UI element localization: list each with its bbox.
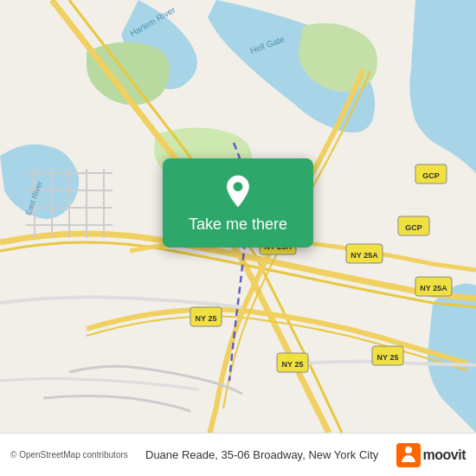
svg-text:NY 25A: NY 25A — [351, 251, 378, 260]
footer-left: © OpenStreetMap contributors — [10, 450, 128, 460]
svg-text:GCP: GCP — [422, 171, 440, 180]
svg-text:NY 25: NY 25 — [196, 314, 217, 323]
svg-text:GCP: GCP — [405, 223, 422, 232]
location-address: Duane Reade, 35-06 Broadway, New York Ci… — [145, 448, 378, 461]
map-view: NY 25 NY 25A NY 25A NY 25A NY 25 NY 25 G… — [0, 0, 476, 433]
moovit-brand-text: moovit — [423, 447, 466, 463]
svg-text:NY 25: NY 25 — [377, 353, 399, 362]
location-pin-icon — [221, 174, 255, 209]
svg-point-29 — [234, 182, 243, 191]
button-overlay: Take me there — [163, 158, 313, 248]
moovit-logo: moovit — [396, 443, 466, 467]
take-me-there-label: Take me there — [189, 215, 287, 234]
footer-bar: © OpenStreetMap contributors Duane Reade… — [0, 433, 476, 476]
moovit-icon — [396, 443, 421, 467]
take-me-there-button[interactable]: Take me there — [163, 158, 313, 248]
svg-point-31 — [405, 447, 412, 453]
svg-text:NY 25: NY 25 — [282, 360, 304, 369]
osm-attribution: © OpenStreetMap contributors — [10, 450, 128, 460]
svg-text:NY 25A: NY 25A — [420, 284, 447, 293]
